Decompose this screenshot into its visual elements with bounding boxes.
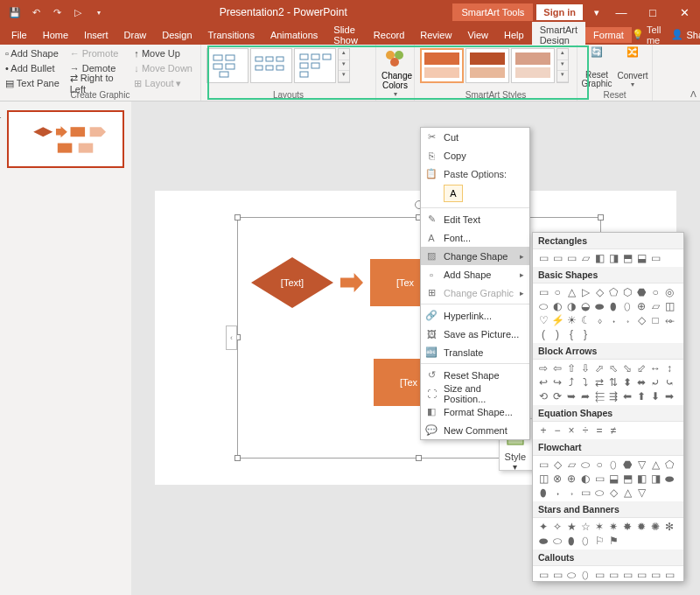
shape-option[interactable]: ⚐: [592, 534, 606, 548]
shape-option[interactable]: ○: [592, 458, 606, 472]
tab-transitions[interactable]: Transitions: [200, 27, 262, 43]
shape-option[interactable]: ➦: [578, 389, 592, 403]
close-button[interactable]: ✕: [668, 6, 700, 19]
shape-option[interactable]: ✻: [662, 520, 676, 534]
shape-option[interactable]: ⬇: [648, 389, 662, 403]
tab-insert[interactable]: Insert: [76, 27, 116, 43]
shape-option[interactable]: ☾: [578, 313, 592, 327]
shape-option[interactable]: ▭: [662, 568, 676, 582]
shape-option[interactable]: ⬪: [606, 313, 620, 327]
promote-button[interactable]: ← Promote: [70, 48, 131, 59]
minimize-button[interactable]: —: [606, 6, 637, 19]
collapse-ribbon-icon[interactable]: ᐱ: [690, 89, 696, 99]
shape-option[interactable]: ⇅: [606, 375, 620, 389]
ctx-cut[interactable]: ✂Cut: [421, 128, 529, 146]
style-thumb-1[interactable]: [420, 48, 464, 83]
ctx-save-picture[interactable]: 🖼Save as Picture...: [421, 325, 529, 343]
shape-option[interactable]: ➥: [564, 389, 578, 403]
shape-option[interactable]: ⬬: [592, 299, 606, 313]
shape-option[interactable]: ▭: [550, 568, 564, 582]
shape-option[interactable]: (: [536, 327, 550, 341]
shape-option[interactable]: ↩: [536, 375, 550, 389]
shape-option[interactable]: {: [564, 327, 578, 341]
tell-me[interactable]: 💡Tell me: [632, 24, 662, 46]
shape-option[interactable]: ▽: [634, 458, 648, 472]
change-colors-button[interactable]: Change Colors ▾: [376, 45, 415, 101]
shape-option[interactable]: ⬮: [536, 486, 550, 500]
shape-option[interactable]: ⇦: [550, 361, 564, 375]
shape-option[interactable]: ☆: [578, 520, 592, 534]
shape-option[interactable]: ⇄: [592, 375, 606, 389]
shape-option[interactable]: ⇧: [564, 361, 578, 375]
shape-option[interactable]: ⤿: [662, 375, 676, 389]
shape-option[interactable]: ⬬: [662, 472, 676, 486]
shape-option[interactable]: ⬯: [578, 534, 592, 548]
shape-option[interactable]: ◨: [606, 251, 620, 265]
shape-option[interactable]: ⊕: [564, 472, 578, 486]
shape-option[interactable]: ⬓: [606, 472, 620, 486]
shape-option[interactable]: +: [536, 424, 550, 438]
layout-thumb-1[interactable]: [206, 48, 248, 83]
shape-option[interactable]: ▭: [592, 472, 606, 486]
shape-option[interactable]: ◐: [550, 299, 564, 313]
shape-option[interactable]: ⬠: [606, 285, 620, 299]
ctx-hyperlink[interactable]: 🔗Hyperlink...: [421, 306, 529, 325]
shape-option[interactable]: ↕: [662, 361, 676, 375]
style-thumb-3[interactable]: [511, 48, 555, 83]
shape-option[interactable]: ⇨: [536, 361, 550, 375]
shape-option[interactable]: ⬍: [620, 375, 634, 389]
shape-option[interactable]: ⬒: [620, 251, 634, 265]
ctx-change-shape[interactable]: ▨Change Shape▸: [421, 247, 529, 265]
shape-option[interactable]: △: [564, 285, 578, 299]
start-slideshow-icon[interactable]: ▷: [68, 4, 88, 21]
shape-option[interactable]: ↪: [550, 375, 564, 389]
shape-option[interactable]: ▭: [592, 568, 606, 582]
maximize-button[interactable]: □: [637, 6, 668, 19]
shape-option[interactable]: ⇶: [606, 389, 620, 403]
shape-option[interactable]: ◨: [648, 472, 662, 486]
shape-option[interactable]: ▭: [536, 458, 550, 472]
shape-option[interactable]: ▭: [564, 251, 578, 265]
convert-button[interactable]: 🔀Convert▾: [618, 46, 648, 88]
shape-option[interactable]: −: [550, 424, 564, 438]
sign-in-button[interactable]: Sign in: [536, 4, 583, 20]
add-bullet-button[interactable]: • Add Bullet: [5, 63, 66, 74]
shape-option[interactable]: ⬭: [592, 486, 606, 500]
shape-option[interactable]: ✧: [550, 520, 564, 534]
shape-option[interactable]: ⬱: [592, 389, 606, 403]
ctx-copy[interactable]: ⎘Copy: [421, 146, 529, 164]
resize-handle-bl[interactable]: [234, 455, 241, 461]
shape-option[interactable]: ➡: [662, 389, 676, 403]
shape-option[interactable]: ⬣: [634, 285, 648, 299]
shape-option[interactable]: ⬯: [578, 568, 592, 582]
shape-option[interactable]: ⊕: [634, 299, 648, 313]
ctx-edit-text[interactable]: ✎Edit Text: [421, 210, 529, 228]
shape-option[interactable]: ★: [564, 520, 578, 534]
shape-option[interactable]: ▭: [578, 486, 592, 500]
tab-slideshow[interactable]: Slide Show: [326, 22, 366, 48]
shape-option[interactable]: ⤴: [564, 375, 578, 389]
paste-option-keep-text[interactable]: A: [444, 185, 463, 202]
shape-option[interactable]: ☀: [564, 313, 578, 327]
shape-option[interactable]: ↔: [648, 361, 662, 375]
shape-option[interactable]: ⬮: [564, 534, 578, 548]
shape-option[interactable]: ⇩: [578, 361, 592, 375]
tab-help[interactable]: Help: [496, 27, 532, 43]
tab-home[interactable]: Home: [35, 27, 76, 43]
styles-more[interactable]: ▴▾▾: [556, 48, 569, 83]
shape-option[interactable]: ◐: [578, 472, 592, 486]
shape-option[interactable]: ▽: [634, 486, 648, 500]
shape-option[interactable]: ▭: [550, 251, 564, 265]
shape-option[interactable]: ⬌: [634, 375, 648, 389]
shape-option[interactable]: ): [550, 327, 564, 341]
shape-option[interactable]: ✸: [620, 520, 634, 534]
shape-option[interactable]: ≠: [606, 424, 620, 438]
text-pane-toggle[interactable]: ‹: [226, 326, 237, 350]
shape-option[interactable]: ▱: [564, 458, 578, 472]
shape-option[interactable]: ◫: [536, 472, 550, 486]
shape-option[interactable]: ⤵: [578, 375, 592, 389]
ctx-new-comment[interactable]: 💬New Comment: [421, 421, 529, 439]
shape-option[interactable]: ⬭: [550, 534, 564, 548]
shape-option[interactable]: }: [578, 327, 592, 341]
ribbon-options-icon[interactable]: ▾: [588, 7, 606, 18]
